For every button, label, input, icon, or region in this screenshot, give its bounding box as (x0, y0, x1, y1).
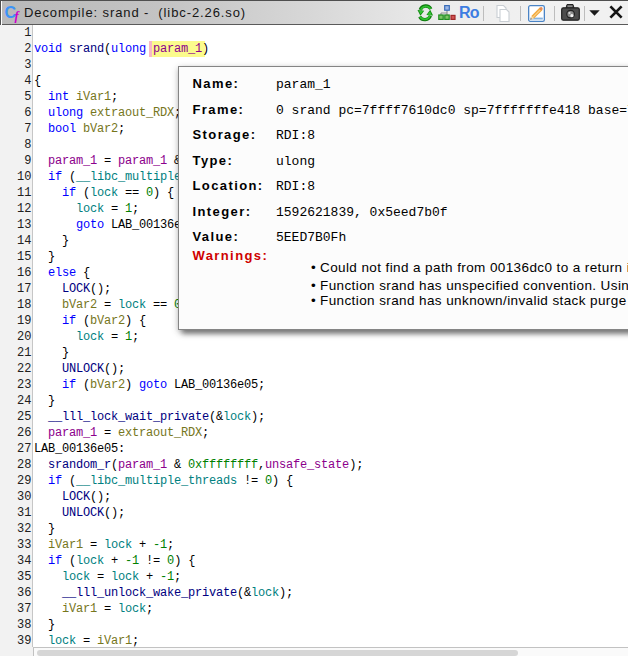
svg-text:f: f (15, 9, 21, 23)
